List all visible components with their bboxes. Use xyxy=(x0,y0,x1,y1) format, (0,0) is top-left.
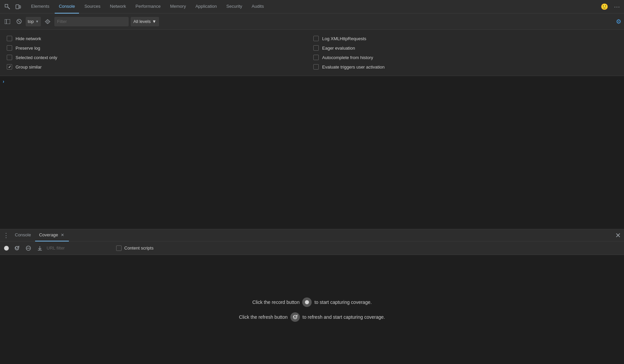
levels-chevron-icon: ▼ xyxy=(152,19,156,24)
drawer: ⋮ Console Coverage ✕ ✕ xyxy=(0,229,624,364)
setting-hide-network[interactable]: Hide network xyxy=(5,34,312,43)
close-coverage-tab-icon[interactable]: ✕ xyxy=(60,233,65,237)
block-url-button[interactable] xyxy=(24,243,33,253)
drawer-tabbar: ⋮ Console Coverage ✕ ✕ xyxy=(0,229,624,241)
tab-sources[interactable]: Sources xyxy=(80,0,105,14)
tab-application[interactable]: Application xyxy=(191,0,221,14)
setting-eager-eval[interactable]: Eager evaluation xyxy=(312,43,619,53)
close-drawer-icon[interactable]: ✕ xyxy=(613,231,623,240)
svg-line-1 xyxy=(8,7,10,9)
more-options-icon[interactable]: ⋯ xyxy=(612,2,621,11)
drawer-tab-console[interactable]: Console xyxy=(11,229,35,241)
coverage-hint-record: Click the record button to start capturi… xyxy=(252,297,372,307)
coverage-hint-refresh: Click the refresh button to refresh and … xyxy=(239,312,385,322)
live-expressions-icon[interactable] xyxy=(43,17,52,26)
tab-console[interactable]: Console xyxy=(55,0,79,14)
console-prompt-line[interactable]: › xyxy=(3,77,621,85)
tab-elements[interactable]: Elements xyxy=(27,0,53,14)
hide-network-checkbox[interactable] xyxy=(7,36,12,41)
setting-evaluate-triggers[interactable]: Evaluate triggers user activation xyxy=(312,62,619,72)
settings-gear-icon[interactable]: ⚙ xyxy=(616,18,621,25)
clear-console-icon[interactable] xyxy=(14,17,24,26)
autocomplete-history-checkbox[interactable] xyxy=(313,55,319,60)
context-selector[interactable]: top ▼ xyxy=(26,17,41,26)
top-nav: Elements Console Sources Network Perform… xyxy=(0,0,624,14)
content-scripts-label: Content scripts xyxy=(124,245,154,251)
hide-network-label: Hide network xyxy=(16,36,41,41)
svg-point-8 xyxy=(46,20,49,23)
main-panel: top ▼ All levels ▼ ⚙ xyxy=(0,14,624,364)
setting-preserve-log[interactable]: Preserve log xyxy=(5,43,312,53)
record-dot xyxy=(4,246,9,251)
setting-selected-context[interactable]: Selected context only xyxy=(5,53,312,62)
context-chevron-icon: ▼ xyxy=(35,20,39,23)
tab-performance[interactable]: Performance xyxy=(131,0,164,14)
coverage-toolbar: Content scripts xyxy=(0,241,624,255)
sidebar-toggle-icon[interactable] xyxy=(3,17,12,26)
tab-network[interactable]: Network xyxy=(106,0,130,14)
tab-audits[interactable]: Audits xyxy=(248,0,268,14)
svg-point-9 xyxy=(47,21,48,22)
filter-input[interactable] xyxy=(54,17,129,26)
evaluate-triggers-checkbox[interactable] xyxy=(313,64,319,70)
console-output: › xyxy=(0,76,624,229)
prompt-arrow-icon: › xyxy=(3,79,4,84)
svg-rect-0 xyxy=(5,4,8,7)
console-section: top ▼ All levels ▼ ⚙ xyxy=(0,14,624,229)
coverage-main-area: Click the record button to start capturi… xyxy=(0,255,624,364)
svg-rect-3 xyxy=(19,6,21,8)
refresh-recording-button[interactable] xyxy=(12,243,22,253)
refresh-icon-hint xyxy=(290,312,300,322)
context-select-dropdown[interactable]: top xyxy=(28,19,34,24)
setting-log-xmlhttp[interactable]: Log XMLHttpRequests xyxy=(312,34,619,43)
preserve-log-label: Preserve log xyxy=(16,46,40,51)
svg-line-7 xyxy=(18,20,20,23)
evaluate-triggers-label: Evaluate triggers user activation xyxy=(322,64,385,70)
feedback-icon[interactable]: 🙂 xyxy=(600,2,609,11)
eager-eval-label: Eager evaluation xyxy=(322,46,355,51)
svg-rect-2 xyxy=(16,5,19,9)
log-xmlhttp-label: Log XMLHttpRequests xyxy=(322,36,366,41)
preserve-log-checkbox[interactable] xyxy=(7,45,12,51)
settings-grid: Hide network Preserve log Selected conte… xyxy=(5,34,619,72)
console-toolbar: top ▼ All levels ▼ ⚙ xyxy=(0,14,624,30)
autocomplete-history-label: Autocomplete from history xyxy=(322,55,373,60)
content-scripts-checkbox-wrapper[interactable]: Content scripts xyxy=(116,245,154,251)
tab-memory[interactable]: Memory xyxy=(166,0,190,14)
log-levels-button[interactable]: All levels ▼ xyxy=(131,17,159,26)
nav-icons xyxy=(3,2,23,11)
inspect-element-icon[interactable] xyxy=(3,2,12,11)
download-button[interactable] xyxy=(35,243,45,253)
selected-context-checkbox[interactable] xyxy=(7,55,12,60)
settings-right-col: Log XMLHttpRequests Eager evaluation Aut… xyxy=(312,34,619,72)
content-scripts-checkbox[interactable] xyxy=(116,245,122,251)
start-recording-button[interactable] xyxy=(3,244,10,252)
device-toolbar-icon[interactable] xyxy=(14,2,23,11)
drawer-more-options-icon[interactable]: ⋮ xyxy=(1,231,11,240)
settings-panel: Hide network Preserve log Selected conte… xyxy=(0,30,624,76)
log-xmlhttp-checkbox[interactable] xyxy=(313,36,319,41)
nav-right: 🙂 ⋯ xyxy=(600,2,621,11)
url-filter-input[interactable] xyxy=(47,245,114,251)
tab-security[interactable]: Security xyxy=(222,0,246,14)
drawer-tab-coverage[interactable]: Coverage ✕ xyxy=(35,229,69,241)
setting-autocomplete-history[interactable]: Autocomplete from history xyxy=(312,53,619,62)
group-similar-label: Group similar xyxy=(16,64,42,70)
eager-eval-checkbox[interactable] xyxy=(313,45,319,51)
group-similar-checkbox[interactable] xyxy=(7,64,12,70)
settings-left-col: Hide network Preserve log Selected conte… xyxy=(5,34,312,72)
svg-rect-4 xyxy=(5,19,10,24)
selected-context-label: Selected context only xyxy=(16,55,57,60)
setting-group-similar[interactable]: Group similar xyxy=(5,62,312,72)
record-icon-hint xyxy=(302,297,312,307)
